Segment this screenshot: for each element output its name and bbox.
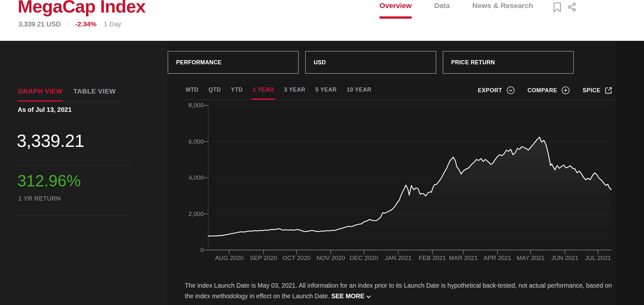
- index-title: MegaCap Index: [18, 0, 146, 17]
- spice-label: SPICE: [583, 87, 601, 94]
- chart-actions: EXPORT COMPARE SPICE: [478, 84, 613, 96]
- range-tab-mtd[interactable]: MTD: [186, 86, 199, 100]
- filter-dropdown-usd[interactable]: USD: [305, 51, 436, 74]
- index-quote-row: 3,339.21 USD -2.34% 1 Day: [18, 19, 121, 30]
- index-price: 3,339.21 USD: [18, 20, 61, 28]
- quote-divider: [68, 19, 68, 29]
- range-tab-ytd[interactable]: YTD: [231, 86, 243, 100]
- compare-button[interactable]: COMPARE: [528, 86, 570, 94]
- range-tab-10-year[interactable]: 10 YEAR: [347, 86, 371, 100]
- disclaimer-text: The index Launch Date is May 03, 2021. A…: [185, 282, 612, 300]
- sidebar-divider: [18, 165, 129, 166]
- range-tab-1-year[interactable]: 1 YEAR: [253, 86, 274, 100]
- y-axis-label-8000: 8,000: [161, 102, 204, 109]
- filter-dropdown-label: USD: [314, 59, 326, 66]
- nav-item-data[interactable]: Data: [434, 2, 450, 18]
- range-tab-3-year[interactable]: 3 YEAR: [284, 86, 306, 100]
- filter-dropdown-price-return[interactable]: PRICE RETURN: [443, 51, 574, 74]
- range-tab-5-year[interactable]: 5 YEAR: [315, 86, 337, 100]
- performance-chart[interactable]: [189, 105, 618, 259]
- compare-plus-circle-icon: [561, 86, 570, 94]
- top-nav-icons: [553, 2, 577, 13]
- page-header: MegaCap Index 3,339.21 USD -2.34% 1 Day …: [0, 0, 644, 41]
- range-tab-qtd[interactable]: QTD: [209, 86, 221, 100]
- spice-button[interactable]: SPICE: [583, 86, 613, 94]
- as-of-date: As of Jul 13, 2021: [18, 106, 72, 113]
- one-year-return-label: 1 YR RETURN: [18, 195, 61, 202]
- view-tabs: GRAPH VIEWTABLE VIEW: [18, 87, 120, 102]
- tab-graph-view[interactable]: GRAPH VIEW: [18, 87, 62, 102]
- nav-item-news-research[interactable]: News & Research: [472, 2, 533, 18]
- chevron-down-icon: [366, 295, 371, 299]
- export-chevron-circle-icon: [506, 86, 515, 94]
- see-more-link[interactable]: SEE MORE: [331, 292, 371, 300]
- see-more-label: SEE MORE: [331, 292, 364, 300]
- index-level-value: 3,339.21: [17, 130, 84, 151]
- top-nav-items: OverviewDataNews & Research: [380, 2, 533, 18]
- nav-item-overview[interactable]: Overview: [380, 2, 412, 18]
- top-nav: OverviewDataNews & Research: [380, 2, 577, 18]
- compare-label: COMPARE: [528, 87, 557, 94]
- external-link-icon: [604, 86, 613, 94]
- y-axis-label-4000: 4,000: [161, 174, 204, 181]
- index-change: -2.34%: [75, 20, 97, 28]
- x-axis-label-jul-2021: JUL 2021: [576, 255, 621, 262]
- filter-dropdown-label: PERFORMANCE: [176, 59, 222, 66]
- page-right-margin: [616, 41, 644, 305]
- one-year-return-value: 312.96%: [17, 172, 81, 190]
- y-axis-label-6000: 6,000: [161, 138, 204, 145]
- time-range-tabs: MTDQTDYTD1 YEAR3 YEAR5 YEAR10 YEAR: [186, 86, 371, 100]
- change-period: 1 Day: [103, 20, 121, 28]
- toolbar-divider: [180, 100, 616, 100]
- export-label: EXPORT: [478, 87, 502, 94]
- bookmark-icon[interactable]: [553, 2, 561, 13]
- filter-dropdown-label: PRICE RETURN: [451, 59, 495, 66]
- sidebar-divider: [18, 215, 129, 216]
- y-axis-label-0: 0: [161, 247, 204, 254]
- share-icon[interactable]: [567, 2, 577, 12]
- export-button[interactable]: EXPORT: [478, 86, 515, 94]
- tab-table-view[interactable]: TABLE VIEW: [62, 87, 120, 102]
- y-axis-label-2000: 2,000: [161, 211, 204, 218]
- filter-dropdown-performance[interactable]: PERFORMANCE: [168, 51, 299, 74]
- filter-dropdowns: PERFORMANCEUSDPRICE RETURN: [168, 51, 574, 74]
- launch-date-disclaimer: The index Launch Date is May 03, 2021. A…: [185, 280, 622, 301]
